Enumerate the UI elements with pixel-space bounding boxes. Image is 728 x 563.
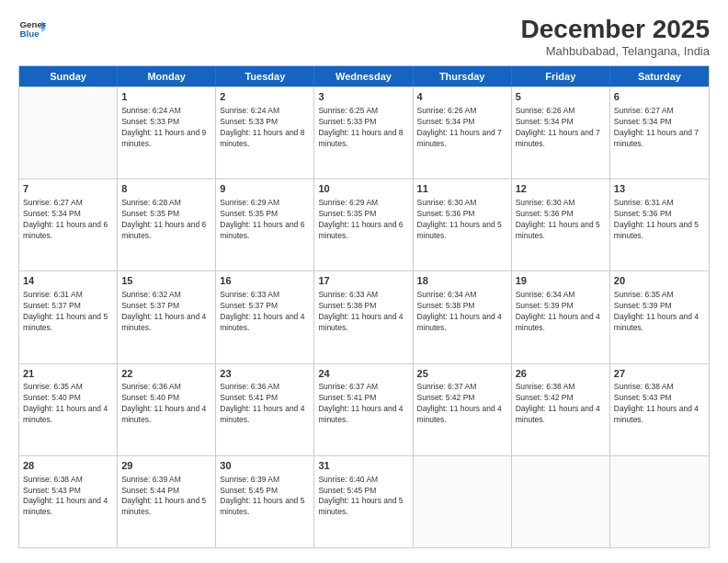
cell-info: Sunrise: 6:34 AMSunset: 5:38 PMDaylight:… bbox=[417, 290, 507, 334]
calendar-cell: 11Sunrise: 6:30 AMSunset: 5:36 PMDayligh… bbox=[414, 179, 512, 270]
calendar-cell: 24Sunrise: 6:37 AMSunset: 5:41 PMDayligh… bbox=[314, 364, 413, 455]
calendar-cell: 17Sunrise: 6:33 AMSunset: 5:38 PMDayligh… bbox=[314, 271, 413, 362]
calendar-row: 28Sunrise: 6:38 AMSunset: 5:43 PMDayligh… bbox=[19, 455, 709, 547]
cell-info: Sunrise: 6:26 AMSunset: 5:34 PMDaylight:… bbox=[516, 106, 606, 150]
calendar-cell: 13Sunrise: 6:31 AMSunset: 5:36 PMDayligh… bbox=[610, 179, 709, 270]
calendar-cell: 19Sunrise: 6:34 AMSunset: 5:39 PMDayligh… bbox=[512, 271, 610, 362]
cell-info: Sunrise: 6:35 AMSunset: 5:40 PMDaylight:… bbox=[23, 382, 113, 426]
cell-info: Sunrise: 6:38 AMSunset: 5:42 PMDaylight:… bbox=[516, 382, 606, 426]
calendar-cell: 29Sunrise: 6:39 AMSunset: 5:44 PMDayligh… bbox=[118, 456, 216, 547]
calendar-cell: 22Sunrise: 6:36 AMSunset: 5:40 PMDayligh… bbox=[118, 364, 216, 455]
subtitle: Mahbubabad, Telangana, India bbox=[521, 44, 710, 58]
calendar-cell: 14Sunrise: 6:31 AMSunset: 5:37 PMDayligh… bbox=[19, 271, 118, 362]
calendar-header: SundayMondayTuesdayWednesdayThursdayFrid… bbox=[19, 66, 709, 86]
logo-icon: General Blue bbox=[18, 15, 46, 42]
day-number: 21 bbox=[23, 367, 113, 381]
calendar-cell: 21Sunrise: 6:35 AMSunset: 5:40 PMDayligh… bbox=[19, 364, 118, 455]
calendar-cell: 5Sunrise: 6:26 AMSunset: 5:34 PMDaylight… bbox=[512, 87, 610, 178]
cell-info: Sunrise: 6:25 AMSunset: 5:33 PMDaylight:… bbox=[318, 106, 408, 150]
day-number: 22 bbox=[121, 367, 211, 381]
cell-info: Sunrise: 6:31 AMSunset: 5:36 PMDaylight:… bbox=[614, 198, 705, 242]
calendar-cell: 9Sunrise: 6:29 AMSunset: 5:35 PMDaylight… bbox=[216, 179, 314, 270]
calendar-cell: 15Sunrise: 6:32 AMSunset: 5:37 PMDayligh… bbox=[118, 271, 216, 362]
cell-info: Sunrise: 6:36 AMSunset: 5:40 PMDaylight:… bbox=[121, 382, 211, 426]
calendar-cell bbox=[19, 87, 118, 178]
day-number: 14 bbox=[23, 274, 113, 288]
calendar-cell: 16Sunrise: 6:33 AMSunset: 5:37 PMDayligh… bbox=[216, 271, 314, 362]
calendar-cell: 28Sunrise: 6:38 AMSunset: 5:43 PMDayligh… bbox=[19, 456, 118, 547]
cell-info: Sunrise: 6:38 AMSunset: 5:43 PMDaylight:… bbox=[23, 475, 113, 519]
day-number: 8 bbox=[121, 182, 211, 196]
day-number: 29 bbox=[121, 459, 211, 473]
cell-info: Sunrise: 6:27 AMSunset: 5:34 PMDaylight:… bbox=[614, 106, 705, 150]
calendar-cell: 18Sunrise: 6:34 AMSunset: 5:38 PMDayligh… bbox=[414, 271, 512, 362]
cell-info: Sunrise: 6:36 AMSunset: 5:41 PMDaylight:… bbox=[220, 382, 310, 426]
cell-info: Sunrise: 6:38 AMSunset: 5:43 PMDaylight:… bbox=[614, 382, 705, 426]
calendar-row: 21Sunrise: 6:35 AMSunset: 5:40 PMDayligh… bbox=[19, 363, 709, 455]
day-number: 4 bbox=[417, 90, 507, 104]
day-number: 1 bbox=[121, 90, 211, 104]
day-number: 11 bbox=[417, 182, 507, 196]
header: General Blue December 2025 Mahbubabad, T… bbox=[18, 15, 710, 58]
calendar-cell: 23Sunrise: 6:36 AMSunset: 5:41 PMDayligh… bbox=[216, 364, 314, 455]
day-number: 30 bbox=[220, 459, 310, 473]
calendar-cell: 1Sunrise: 6:24 AMSunset: 5:33 PMDaylight… bbox=[118, 87, 216, 178]
day-number: 28 bbox=[23, 459, 113, 473]
cell-info: Sunrise: 6:33 AMSunset: 5:38 PMDaylight:… bbox=[318, 290, 408, 334]
day-number: 27 bbox=[614, 367, 705, 381]
day-number: 10 bbox=[318, 182, 408, 196]
cell-info: Sunrise: 6:24 AMSunset: 5:33 PMDaylight:… bbox=[220, 106, 310, 150]
day-number: 23 bbox=[220, 367, 310, 381]
calendar-cell: 6Sunrise: 6:27 AMSunset: 5:34 PMDaylight… bbox=[610, 87, 709, 178]
day-number: 2 bbox=[220, 90, 310, 104]
day-number: 24 bbox=[318, 367, 408, 381]
day-number: 17 bbox=[318, 274, 408, 288]
calendar-cell: 30Sunrise: 6:39 AMSunset: 5:45 PMDayligh… bbox=[216, 456, 314, 547]
weekday-header: Tuesday bbox=[216, 66, 314, 86]
cell-info: Sunrise: 6:40 AMSunset: 5:45 PMDaylight:… bbox=[318, 475, 408, 519]
day-number: 16 bbox=[220, 274, 310, 288]
cell-info: Sunrise: 6:28 AMSunset: 5:35 PMDaylight:… bbox=[121, 198, 211, 242]
calendar-cell: 25Sunrise: 6:37 AMSunset: 5:42 PMDayligh… bbox=[414, 364, 512, 455]
day-number: 25 bbox=[417, 367, 507, 381]
month-title: December 2025 bbox=[521, 15, 710, 44]
cell-info: Sunrise: 6:27 AMSunset: 5:34 PMDaylight:… bbox=[23, 198, 113, 242]
calendar-cell: 27Sunrise: 6:38 AMSunset: 5:43 PMDayligh… bbox=[610, 364, 709, 455]
calendar-row: 7Sunrise: 6:27 AMSunset: 5:34 PMDaylight… bbox=[19, 178, 709, 270]
calendar: SundayMondayTuesdayWednesdayThursdayFrid… bbox=[18, 65, 710, 548]
cell-info: Sunrise: 6:30 AMSunset: 5:36 PMDaylight:… bbox=[417, 198, 507, 242]
day-number: 9 bbox=[220, 182, 310, 196]
calendar-cell: 3Sunrise: 6:25 AMSunset: 5:33 PMDaylight… bbox=[314, 87, 413, 178]
svg-text:Blue: Blue bbox=[20, 29, 40, 39]
calendar-cell: 4Sunrise: 6:26 AMSunset: 5:34 PMDaylight… bbox=[414, 87, 512, 178]
calendar-cell: 26Sunrise: 6:38 AMSunset: 5:42 PMDayligh… bbox=[512, 364, 610, 455]
calendar-row: 1Sunrise: 6:24 AMSunset: 5:33 PMDaylight… bbox=[19, 86, 709, 178]
day-number: 5 bbox=[516, 90, 606, 104]
cell-info: Sunrise: 6:39 AMSunset: 5:45 PMDaylight:… bbox=[220, 475, 310, 519]
cell-info: Sunrise: 6:37 AMSunset: 5:42 PMDaylight:… bbox=[417, 382, 507, 426]
cell-info: Sunrise: 6:32 AMSunset: 5:37 PMDaylight:… bbox=[121, 290, 211, 334]
cell-info: Sunrise: 6:30 AMSunset: 5:36 PMDaylight:… bbox=[516, 198, 606, 242]
cell-info: Sunrise: 6:26 AMSunset: 5:34 PMDaylight:… bbox=[417, 106, 507, 150]
cell-info: Sunrise: 6:37 AMSunset: 5:41 PMDaylight:… bbox=[318, 382, 408, 426]
day-number: 6 bbox=[614, 90, 705, 104]
weekday-header: Friday bbox=[512, 66, 610, 86]
logo: General Blue bbox=[18, 15, 46, 42]
weekday-header: Monday bbox=[118, 66, 216, 86]
calendar-cell bbox=[512, 456, 610, 547]
weekday-header: Sunday bbox=[19, 66, 118, 86]
weekday-header: Thursday bbox=[414, 66, 512, 86]
day-number: 18 bbox=[417, 274, 507, 288]
calendar-cell: 12Sunrise: 6:30 AMSunset: 5:36 PMDayligh… bbox=[512, 179, 610, 270]
day-number: 7 bbox=[23, 182, 113, 196]
calendar-row: 14Sunrise: 6:31 AMSunset: 5:37 PMDayligh… bbox=[19, 270, 709, 362]
cell-info: Sunrise: 6:29 AMSunset: 5:35 PMDaylight:… bbox=[318, 198, 408, 242]
page: General Blue December 2025 Mahbubabad, T… bbox=[0, 0, 728, 563]
calendar-cell: 31Sunrise: 6:40 AMSunset: 5:45 PMDayligh… bbox=[314, 456, 413, 547]
cell-info: Sunrise: 6:24 AMSunset: 5:33 PMDaylight:… bbox=[121, 106, 211, 150]
calendar-cell bbox=[414, 456, 512, 547]
cell-info: Sunrise: 6:34 AMSunset: 5:39 PMDaylight:… bbox=[516, 290, 606, 334]
day-number: 26 bbox=[516, 367, 606, 381]
cell-info: Sunrise: 6:39 AMSunset: 5:44 PMDaylight:… bbox=[121, 475, 211, 519]
cell-info: Sunrise: 6:31 AMSunset: 5:37 PMDaylight:… bbox=[23, 290, 113, 334]
